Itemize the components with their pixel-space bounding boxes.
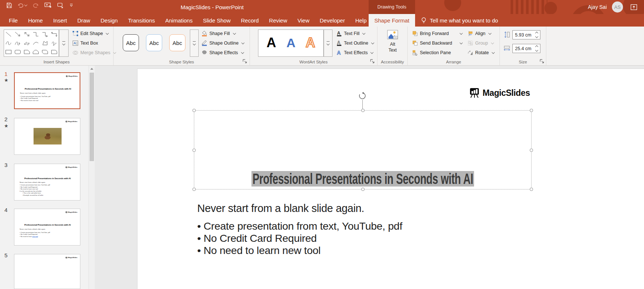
send-backward-button[interactable]: Send Backward	[412, 39, 462, 47]
shape-height-input[interactable]	[513, 32, 535, 38]
mini-hyperlink[interactable]: new tool	[32, 236, 38, 237]
resize-handle-middle-right[interactable]	[530, 149, 533, 152]
slide-bullet[interactable]: • Create presentation from text, YouTube…	[197, 220, 402, 232]
shape-curved-double-arrow-icon[interactable]	[22, 39, 31, 48]
redo-button[interactable]	[32, 3, 39, 8]
shape-snip-corner-rectangle-icon[interactable]	[22, 48, 31, 56]
shape-line-icon[interactable]	[4, 30, 13, 39]
avatar[interactable]: AS	[612, 1, 623, 13]
slide-thumbnail-2[interactable]: MagicSlides	[14, 118, 80, 155]
tab-record[interactable]: Record	[236, 14, 264, 27]
tab-draw[interactable]: Draw	[72, 14, 95, 27]
resize-handle-top-left[interactable]	[192, 109, 196, 112]
tab-transitions[interactable]: Transitions	[123, 14, 160, 27]
tab-review[interactable]: Review	[264, 14, 292, 27]
edit-shape-button[interactable]: Edit Shape	[72, 29, 108, 38]
wordart-style-black[interactable]: A	[267, 35, 276, 51]
shape-curve-icon[interactable]	[4, 39, 13, 48]
tell-me-box[interactable]: Tell me what you want to do	[421, 14, 498, 27]
next-slide-button[interactable]	[57, 3, 64, 8]
wordart-gallery[interactable]: A A A	[258, 29, 324, 57]
shape-curved-arrow-icon[interactable]	[13, 39, 22, 48]
wordart-style-blue[interactable]: A	[286, 36, 296, 50]
shape-freeform-curve-icon[interactable]	[31, 39, 41, 48]
shapes-gallery-more-button[interactable]	[59, 29, 69, 57]
height-spinner[interactable]	[536, 31, 538, 38]
resize-handle-bottom-left[interactable]	[192, 188, 196, 191]
text-effects-button[interactable]: A Text Effects	[336, 49, 373, 57]
slide-editing-surface[interactable]: MagicSlides Professional Presentatio	[137, 69, 644, 289]
slide-thumbnail-4[interactable]: MagicSlides Professional Presentations i…	[14, 209, 80, 246]
shape-rounded-rectangle-icon[interactable]	[13, 48, 22, 56]
shape-arrow-icon[interactable]	[13, 30, 22, 39]
shape-round-corner-rectangle-icon[interactable]	[49, 48, 59, 56]
shape-styles-more-button[interactable]	[190, 29, 199, 57]
text-outline-button[interactable]: A Text Outline	[336, 39, 374, 47]
text-fill-button[interactable]: A Text Fill	[336, 29, 365, 38]
merge-shapes-button[interactable]: Merge Shapes	[72, 49, 116, 57]
shape-freeform-icon[interactable]	[41, 39, 50, 48]
shape-style-preview-3[interactable]: Abc	[169, 34, 185, 51]
scrollbar-thumb[interactable]	[90, 73, 94, 161]
slide-bullet[interactable]: • No need to learn new tool	[197, 244, 402, 257]
dialog-launcher-icon[interactable]	[539, 59, 544, 64]
shape-snip-same-side-rectangle-icon[interactable]	[31, 48, 41, 56]
dialog-launcher-icon[interactable]	[242, 59, 247, 64]
tab-home[interactable]: Home	[23, 14, 48, 27]
undo-button[interactable]	[18, 3, 27, 8]
shape-rectangle-icon[interactable]	[4, 48, 13, 56]
shape-width-field[interactable]	[512, 44, 540, 53]
shape-scribble-icon[interactable]	[49, 39, 59, 48]
tab-view[interactable]: View	[292, 14, 314, 27]
resize-handle-top-right[interactable]	[530, 109, 533, 112]
tab-animations[interactable]: Animations	[160, 14, 198, 27]
shape-elbow-double-arrow-icon[interactable]	[49, 30, 59, 39]
animation-star-icon[interactable]: ★	[4, 77, 8, 83]
slide-thumbnail-1[interactable]: MagicSlides Professional Presentations i…	[14, 72, 80, 109]
ribbon-display-options-icon[interactable]	[630, 4, 637, 10]
tab-shape-format[interactable]: Shape Format	[369, 14, 415, 27]
slide-bullet[interactable]: • No Credit Card Required	[197, 232, 402, 244]
width-spinner[interactable]	[536, 45, 538, 52]
resize-handle-middle-left[interactable]	[192, 149, 196, 152]
thumbnail-scrollbar[interactable]	[88, 66, 95, 289]
shape-style-preview-1[interactable]: Abc	[123, 34, 139, 51]
tab-slide-show[interactable]: Slide Show	[198, 14, 236, 27]
save-button[interactable]	[6, 2, 12, 8]
shape-outline-button[interactable]: Shape Outline	[201, 39, 244, 47]
bring-forward-button[interactable]: Bring Forward	[412, 29, 462, 38]
slide-subtitle[interactable]: Never start from a blank slide again.	[197, 202, 364, 215]
wordart-style-orange-outline[interactable]: A	[306, 35, 315, 51]
resize-handle-bottom-right[interactable]	[530, 188, 533, 191]
group-button[interactable]: Group	[467, 39, 494, 47]
alt-text-button[interactable]: Alt Text	[383, 29, 403, 53]
tab-file[interactable]: File	[4, 14, 23, 27]
shape-height-field[interactable]	[512, 30, 540, 39]
text-box-button[interactable]: A Text Box	[72, 39, 98, 47]
shape-fill-button[interactable]: Shape Fill	[201, 29, 236, 38]
slide-title-text-selected[interactable]: Professional Presentations in Seconds wi…	[251, 171, 474, 187]
tab-developer[interactable]: Developer	[314, 14, 350, 27]
drawing-tools-context-label[interactable]: Drawing Tools	[369, 0, 415, 14]
tab-insert[interactable]: Insert	[48, 14, 72, 27]
resize-handle-bottom-center[interactable]	[361, 188, 365, 191]
shape-snip-diagonal-rectangle-icon[interactable]	[41, 48, 50, 56]
slide-bullet-list[interactable]: • Create presentation from text, YouTube…	[197, 220, 402, 257]
scrollbar-up-button[interactable]	[89, 66, 95, 72]
slide-thumbnail-3[interactable]: MagicSlides Professional Presentations i…	[14, 164, 80, 201]
wordart-more-button[interactable]	[324, 29, 333, 57]
shape-style-preview-2[interactable]: Abc	[146, 34, 162, 51]
dialog-launcher-icon[interactable]	[370, 59, 375, 64]
animation-star-icon[interactable]: ★	[4, 123, 8, 129]
customize-qat-button[interactable]	[70, 4, 73, 7]
resize-handle-top-center[interactable]	[361, 109, 365, 112]
align-button[interactable]: Align	[467, 29, 491, 38]
slide-thumbnail-5[interactable]: MagicSlides	[14, 254, 80, 289]
rotate-handle-icon[interactable]	[358, 92, 367, 101]
shape-double-arrow-icon[interactable]	[22, 30, 31, 39]
shape-elbow-arrow-icon[interactable]	[41, 30, 50, 39]
slide-title[interactable]: Professional Presentations in Seconds wi…	[194, 171, 532, 187]
shapes-gallery[interactable]	[4, 29, 59, 57]
tab-design[interactable]: Design	[95, 14, 123, 27]
selection-pane-button[interactable]: Selection Pane	[412, 49, 451, 57]
